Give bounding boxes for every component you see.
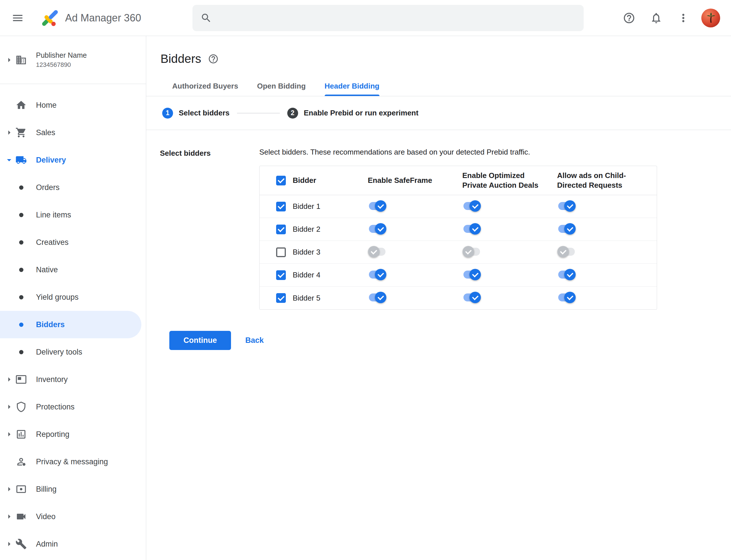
chevron-right-icon: [4, 429, 14, 439]
stepper: 1 Select bidders 2 Enable Prebid or run …: [146, 96, 731, 130]
sidebar-item-privacy-messaging[interactable]: Privacy & messaging: [0, 448, 146, 475]
safeframe-toggle[interactable]: [369, 225, 385, 233]
wrench-icon: [15, 538, 27, 550]
section-label: Select bidders: [160, 148, 259, 310]
sidebar-item-video[interactable]: Video: [0, 503, 146, 530]
step-number: 1: [162, 108, 173, 119]
billing-icon: [15, 483, 27, 495]
child-directed-toggle[interactable]: [558, 248, 575, 256]
bidder-name: Bidder 2: [293, 225, 368, 234]
publisher-name: Publisher Name: [36, 51, 87, 59]
chevron-spacer: [4, 182, 14, 193]
sidebar-item-protections[interactable]: Protections: [0, 393, 146, 421]
row-checkbox[interactable]: [276, 270, 286, 280]
notifications-icon[interactable]: [647, 9, 665, 27]
step-2-enable-prebid[interactable]: 2 Enable Prebid or run experiment: [287, 108, 418, 119]
sidebar-subitem-delivery-tools[interactable]: Delivery tools: [0, 338, 146, 366]
optimized-deals-toggle[interactable]: [463, 293, 480, 301]
safeframe-toggle[interactable]: [369, 202, 385, 210]
sidebar: Publisher Name 1234567890 Home Sales: [0, 36, 146, 560]
row-checkbox[interactable]: [276, 293, 286, 303]
optimized-deals-toggle[interactable]: [463, 202, 480, 210]
safeframe-toggle[interactable]: [369, 248, 385, 256]
bullet-icon: [19, 240, 23, 245]
child-directed-toggle[interactable]: [558, 293, 575, 301]
sidebar-item-reporting[interactable]: Reporting: [0, 421, 146, 448]
avatar[interactable]: [701, 9, 720, 27]
sidebar-subitem-bidders[interactable]: Bidders: [0, 311, 141, 338]
sidebar-item-admin[interactable]: Admin: [0, 530, 146, 558]
chevron-right-icon: [4, 55, 14, 65]
optimized-deals-toggle[interactable]: [463, 225, 480, 233]
sidebar-item-sales[interactable]: Sales: [0, 119, 146, 146]
tab-open-bidding[interactable]: Open Bidding: [248, 76, 315, 96]
bullet-icon: [19, 350, 23, 354]
optimized-deals-toggle[interactable]: [463, 271, 480, 279]
child-directed-toggle[interactable]: [558, 225, 575, 233]
continue-button[interactable]: Continue: [169, 331, 231, 350]
shield-icon: [15, 401, 27, 413]
page-help-icon[interactable]: [208, 53, 219, 64]
page-title: Bidders: [161, 52, 201, 66]
search-input[interactable]: [218, 13, 576, 23]
bullet-icon: [19, 323, 23, 327]
sidebar-item-delivery[interactable]: Delivery: [0, 146, 146, 174]
chevron-spacer: [4, 210, 14, 220]
safeframe-toggle[interactable]: [369, 293, 385, 301]
sidebar-subitem-creatives[interactable]: Creatives: [0, 229, 146, 256]
child-directed-toggle[interactable]: [558, 271, 575, 279]
child-directed-toggle[interactable]: [558, 202, 575, 210]
table-row: Bidder 1: [260, 195, 657, 218]
back-button[interactable]: Back: [245, 336, 264, 345]
step-label: Enable Prebid or run experiment: [304, 109, 418, 117]
table-row: Bidder 3: [260, 241, 657, 264]
chevron-spacer: [4, 100, 14, 110]
search-bar: [193, 5, 584, 31]
column-header-bidder: Bidder: [293, 176, 368, 185]
sidebar-item-billing[interactable]: Billing: [0, 475, 146, 503]
bidders-table: Bidder Enable SafeFrame Enable Optimized…: [259, 166, 657, 310]
main-content: Bidders Authorized Buyers Open Bidding H…: [146, 36, 731, 560]
column-header-child-directed: Allow ads on Child-Directed Requests: [557, 171, 657, 190]
optimized-deals-toggle[interactable]: [463, 248, 480, 256]
table-header-row: Bidder Enable SafeFrame Enable Optimized…: [260, 166, 657, 195]
home-icon: [15, 99, 27, 111]
table-row: Bidder 2: [260, 218, 657, 241]
chevron-right-icon: [4, 511, 14, 522]
sidebar-subitem-orders[interactable]: Orders: [0, 174, 146, 201]
bullet-icon: [19, 185, 23, 190]
sidebar-subitem-yield-groups[interactable]: Yield groups: [0, 283, 146, 311]
section-description: Select bidders. These recommendations ar…: [259, 148, 731, 157]
sidebar-item-inventory[interactable]: Inventory: [0, 366, 146, 393]
sidebar-item-home[interactable]: Home: [0, 91, 146, 119]
more-vert-icon[interactable]: [674, 9, 692, 27]
table-row: Bidder 4: [260, 264, 657, 287]
chevron-spacer: [4, 292, 14, 302]
select-all-checkbox[interactable]: [276, 176, 286, 185]
chevron-spacer: [4, 347, 14, 357]
row-checkbox[interactable]: [276, 247, 286, 257]
bar-chart-icon: [15, 429, 27, 440]
row-checkbox[interactable]: [276, 225, 286, 234]
sidebar-subitem-line-items[interactable]: Line items: [0, 201, 146, 229]
ad-manager-logo[interactable]: [41, 9, 59, 27]
tab-authorized-buyers[interactable]: Authorized Buyers: [163, 76, 248, 96]
publisher-selector[interactable]: Publisher Name 1234567890: [0, 36, 146, 84]
menu-icon[interactable]: [9, 9, 27, 27]
publisher-id: 1234567890: [36, 61, 87, 69]
step-1-select-bidders[interactable]: 1 Select bidders: [162, 108, 230, 119]
safeframe-toggle[interactable]: [369, 271, 385, 279]
bullet-icon: [19, 295, 23, 299]
row-checkbox[interactable]: [276, 202, 286, 211]
bullet-icon: [19, 213, 23, 217]
help-icon[interactable]: [620, 9, 638, 27]
building-icon: [15, 54, 27, 66]
chevron-spacer: [4, 319, 14, 330]
column-header-safeframe: Enable SafeFrame: [368, 176, 462, 185]
tab-header-bidding[interactable]: Header Bidding: [315, 76, 389, 96]
truck-icon: [15, 154, 27, 166]
person-icon: [15, 456, 27, 467]
chevron-right-icon: [4, 374, 14, 385]
sidebar-subitem-native[interactable]: Native: [0, 256, 146, 283]
chevron-spacer: [4, 265, 14, 275]
